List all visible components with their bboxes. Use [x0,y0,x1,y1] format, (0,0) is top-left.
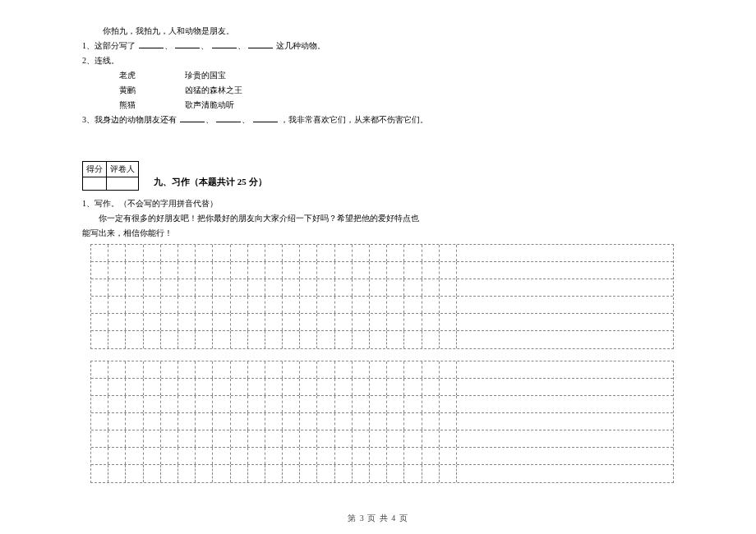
blank[interactable] [248,39,273,48]
blank[interactable] [139,39,164,48]
section-title: 九、习作（本题共计 25 分） [154,176,267,191]
question-1: 1、这部分写了 、 、 、 这几种动物。 [82,39,674,52]
match-pair: 老虎 珍贵的国宝 [82,69,674,81]
match-right: 珍贵的国宝 [185,69,226,81]
question-2: 2、连线。 [82,54,674,67]
writing-question: 1、写作。（不会写的字用拼音代替） [82,197,674,209]
writing-body: 你一定有很多的好朋友吧！把你最好的朋友向大家介绍一下好吗？希望把他的爱好特点也 [82,212,674,224]
match-left: 老虎 [119,69,185,81]
score-cell[interactable] [83,177,107,191]
grader-header: 评卷人 [107,162,139,177]
poem-line: 你拍九，我拍九，人和动物是朋友。 [82,25,674,37]
blank[interactable] [180,113,205,122]
sep: 、 [164,41,173,50]
blank[interactable] [253,113,278,122]
match-left: 黄鹂 [119,84,185,96]
sep: 、 [237,41,246,50]
q3-prefix: 3、我身边的动物朋友还有 [82,115,177,124]
match-left: 熊猫 [119,99,185,111]
sep: 、 [242,115,250,124]
match-pair: 熊猫 歌声清脆动听 [82,99,674,111]
match-right: 凶猛的森林之王 [185,84,242,96]
grader-cell[interactable] [107,177,139,191]
q3-suffix: ，我非常喜欢它们，从来都不伤害它们。 [280,115,428,124]
blank[interactable] [175,39,200,48]
writing-body: 能写出来，相信你能行！ [82,227,674,239]
question-3: 3、我身边的动物朋友还有 、 、 ，我非常喜欢它们，从来都不伤害它们。 [82,113,674,126]
blank[interactable] [212,39,237,48]
score-table: 得分 评卷人 [82,161,139,191]
match-pair: 黄鹂 凶猛的森林之王 [82,84,674,96]
writing-grid-block[interactable] [90,244,674,349]
blank[interactable] [216,113,241,122]
writing-grid-block[interactable] [90,361,674,483]
page-number: 第 3 页 共 4 页 [0,513,756,524]
writing-grid-area [90,244,674,483]
sep: 、 [201,41,209,50]
q1-suffix: 这几种动物。 [276,41,325,50]
match-right: 歌声清脆动听 [185,99,234,111]
q1-prefix: 1、这部分写了 [82,41,136,50]
section-header: 得分 评卷人 九、习作（本题共计 25 分） [82,128,674,191]
score-header: 得分 [83,162,107,177]
sep: 、 [205,115,214,124]
